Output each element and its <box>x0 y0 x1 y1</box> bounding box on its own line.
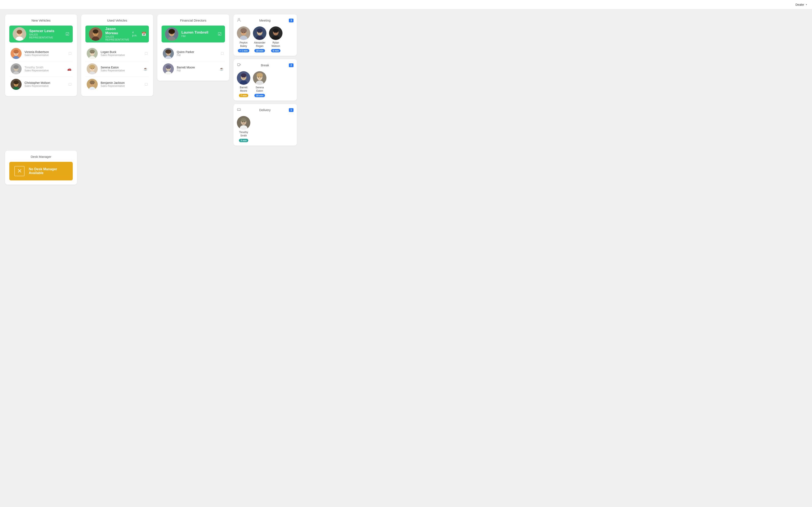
meeting-title: Meeting <box>243 18 287 22</box>
quinn-parker-avatar <box>163 48 174 59</box>
check-icon: ☐ <box>221 52 224 56</box>
victoria-robertson-row[interactable]: Victoria Robertson Sales Representative … <box>9 46 73 61</box>
delivery-car-icon <box>237 107 241 113</box>
check-icon: ☐ <box>145 52 148 56</box>
peyton-bailey-panel[interactable]: PeytonBailey < 1 min <box>237 26 250 52</box>
svg-point-73 <box>245 32 245 33</box>
svg-point-10 <box>14 53 15 53</box>
time-badge: 4 p.m. <box>132 31 137 37</box>
benjamin-jackson-info: Benjamin Jackson Sales Representative <box>101 81 142 88</box>
spencer-lewis-role: SALES REPRESENTATIVE <box>29 33 63 39</box>
barrett-moore-break-panel[interactable]: BarrettMoore 7 min <box>237 71 250 97</box>
delivery-title: Delivery <box>243 108 287 112</box>
benjamin-jackson-name: Benjamin Jackson <box>101 81 142 84</box>
barrett-moore-info: Barrett Moore F&I <box>177 66 216 72</box>
svg-point-65 <box>167 68 168 69</box>
timothy-smith-delivery-name: TimothySmith <box>239 131 248 137</box>
svg-rect-86 <box>238 64 240 66</box>
topbar: Dealer ▾ <box>0 0 812 9</box>
rylan-watson-panel[interactable]: RylanWatson 6 min <box>269 26 283 52</box>
barrett-moore-name: Barrett Moore <box>177 66 216 69</box>
financial-directors-active-row[interactable]: Lauren Timbrell F&I ☑ <box>161 25 225 43</box>
svg-point-106 <box>245 121 245 122</box>
svg-point-11 <box>17 53 17 53</box>
dealer-dropdown[interactable]: Dealer ▾ <box>796 3 807 6</box>
barrett-moore-row[interactable]: Barrett Moore F&I ☕ <box>161 61 225 76</box>
barrett-moore-break-avatar <box>237 71 250 85</box>
svg-point-34 <box>91 53 92 53</box>
coffee-icon: ☕ <box>143 67 148 71</box>
timothy-smith-name: Timothy Smith <box>24 66 64 69</box>
break-badge: 2 <box>289 63 294 67</box>
svg-point-92 <box>245 77 245 77</box>
person-icon <box>237 18 241 23</box>
no-manager-text: No Desk Manager Available <box>29 167 68 175</box>
jason-moreau-info: Jason Moreau SALES REPRESENTATIVE <box>105 27 129 41</box>
timothy-smith-avatar <box>11 63 21 74</box>
check-icon: ☐ <box>68 82 71 87</box>
serena-eaton-break-panel[interactable]: SerenaEaton 18 min <box>253 71 266 97</box>
benjamin-jackson-role: Sales Representative <box>101 84 142 88</box>
svg-point-48 <box>93 83 94 84</box>
svg-point-57 <box>165 49 171 54</box>
serena-eaton-break-time: 18 min <box>254 94 265 97</box>
svg-point-45 <box>90 80 95 84</box>
svg-point-28 <box>94 33 95 34</box>
spencer-lewis-avatar <box>13 27 26 41</box>
svg-point-4 <box>18 33 18 34</box>
timothy-smith-info: Timothy Smith Sales Representative <box>24 66 64 72</box>
new-vehicles-card: New Vehicles Spencer Lewis SALES REPRESE… <box>5 14 77 96</box>
timothy-smith-delivery-panel[interactable]: TimothySmith 3 min <box>237 116 250 142</box>
logan-buck-info: Logan Buck Sales Representative <box>101 50 142 57</box>
serena-eaton-row[interactable]: Serena Eaton Sales Representative ☕ <box>86 61 149 77</box>
svg-point-53 <box>170 33 171 34</box>
spencer-lewis-name: Spencer Lewis <box>29 29 63 33</box>
coffee-icon: ☕ <box>219 67 224 71</box>
quinn-parker-row[interactable]: Quinn Parker F&I ☐ <box>161 46 225 61</box>
quinn-parker-name: Quinn Parker <box>177 50 218 54</box>
alexander-regan-panel[interactable]: AlexanderRegan 18 min <box>253 26 266 52</box>
jason-moreau-role: SALES REPRESENTATIVE <box>105 35 129 41</box>
used-vehicles-active-row[interactable]: Jason Moreau SALES REPRESENTATIVE 4 p.m.… <box>86 25 149 43</box>
christopher-molson-row[interactable]: Christopher Molson Sales Representative … <box>9 77 73 92</box>
peyton-bailey-name: PeytonBailey <box>240 41 247 48</box>
svg-point-91 <box>242 77 243 77</box>
new-vehicles-active-row[interactable]: Spencer Lewis SALES REPRESENTATIVE ☑ <box>9 25 73 43</box>
svg-point-66 <box>169 68 170 69</box>
financial-directors-card: Financial Directors Lauren Timbrell F&I … <box>157 14 229 81</box>
benjamin-jackson-row[interactable]: Benjamin Jackson Sales Representative ☐ <box>86 77 149 92</box>
svg-point-85 <box>276 32 277 33</box>
logan-buck-row[interactable]: Logan Buck Sales Representative ☐ <box>86 46 149 61</box>
peyton-bailey-avatar <box>237 26 250 40</box>
barrett-moore-role: F&I <box>177 69 216 72</box>
jason-moreau-name: Jason Moreau <box>105 27 129 35</box>
svg-point-5 <box>20 33 21 34</box>
svg-point-72 <box>242 32 243 33</box>
svg-point-42 <box>93 68 94 69</box>
svg-point-103 <box>241 118 246 122</box>
svg-point-41 <box>91 68 92 69</box>
svg-point-54 <box>172 33 173 34</box>
alexander-regan-avatar <box>253 26 266 40</box>
svg-point-60 <box>169 53 170 53</box>
christopher-molson-avatar <box>11 79 21 90</box>
chevron-down-icon: ▾ <box>806 3 807 6</box>
check-icon: ☐ <box>145 82 148 87</box>
barrett-moore-break-time: 7 min <box>239 94 248 97</box>
svg-point-63 <box>166 65 171 69</box>
financial-directors-title: Financial Directors <box>161 18 225 22</box>
calendar-icon: 📅 <box>142 32 146 36</box>
delivery-section: Delivery 1 <box>234 104 297 145</box>
christopher-molson-name: Christopher Molson <box>24 81 65 84</box>
break-header: Break 2 <box>237 62 294 68</box>
christopher-molson-info: Christopher Molson Sales Representative <box>24 81 65 88</box>
desk-manager-title: Desk Manager <box>9 155 73 158</box>
rylan-watson-time: 6 min <box>271 49 281 52</box>
victoria-robertson-info: Victoria Robertson Sales Representative <box>24 50 65 57</box>
rylan-watson-name: RylanWatson <box>271 41 280 48</box>
alexander-regan-name: AlexanderRegan <box>254 41 265 48</box>
serena-eaton-info: Serena Eaton Sales Representative <box>101 66 140 72</box>
meeting-header: Meeting 3 <box>237 18 294 23</box>
timothy-smith-row[interactable]: Timothy Smith Sales Representative 🚗 <box>9 61 73 77</box>
christopher-molson-role: Sales Representative <box>24 84 65 88</box>
